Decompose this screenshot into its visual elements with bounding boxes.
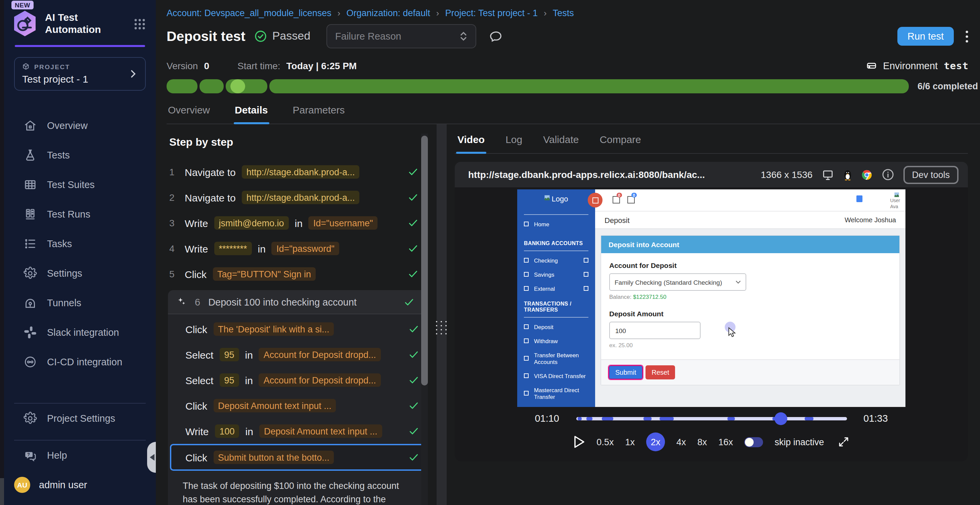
- bank-submit-button[interactable]: Submit: [609, 365, 643, 380]
- bank-user-avatar: User Ava: [890, 192, 900, 210]
- step-locator-chip[interactable]: The 'Deposit' link with a si...: [213, 322, 334, 336]
- bank-nav-item-withdraw[interactable]: Withdraw: [517, 334, 595, 348]
- user-menu[interactable]: AU admin user: [4, 470, 156, 501]
- sidebar-item-ci-cd-integration[interactable]: CI-CD integration: [4, 347, 156, 377]
- tab-details[interactable]: Details: [235, 104, 268, 124]
- run-test-button[interactable]: Run test: [897, 27, 954, 46]
- substep-row[interactable]: ClickThe 'Deposit' link with a si...: [170, 316, 426, 342]
- step-locator-chip[interactable]: Id="username": [309, 216, 378, 230]
- step-group: 6 Deposit 100 into checking account Clic…: [168, 290, 428, 505]
- sidebar-item-test-suites[interactable]: Test Suites: [4, 170, 156, 199]
- bank-nav-item-mastercard-direct-transfer[interactable]: Mastercard Direct Transfer: [517, 383, 595, 403]
- devtools-button[interactable]: Dev tools: [903, 165, 959, 184]
- tab-overview[interactable]: Overview: [168, 104, 210, 124]
- step-value-chip[interactable]: 100: [215, 424, 239, 438]
- speed-8x[interactable]: 8x: [697, 437, 707, 447]
- step-value-chip[interactable]: 95: [219, 348, 239, 361]
- speed-2x[interactable]: 2x: [646, 432, 665, 451]
- account-for-deposit-select[interactable]: Family Checking (Standard Checking): [609, 273, 746, 291]
- substep-row-selected[interactable]: ClickSubmit button at the botto...: [170, 444, 426, 471]
- sidebar-item-tasks[interactable]: Tasks: [4, 229, 156, 259]
- substep-row[interactable]: Write100inDeposit Amount text input ...: [170, 418, 426, 444]
- tab-parameters[interactable]: Parameters: [293, 104, 345, 124]
- substep-row[interactable]: Select95inAccount for Deposit dropd...: [170, 367, 426, 393]
- step-number: 3: [169, 218, 179, 228]
- bank-logo-text: Logo: [552, 195, 568, 203]
- bank-nav-item-checking[interactable]: Checking: [517, 253, 595, 267]
- step-value-chip[interactable]: ********: [214, 242, 251, 255]
- scrollbar-thumb[interactable]: [421, 136, 428, 386]
- step-locator-chip[interactable]: Submit button at the botto...: [213, 451, 334, 464]
- sidebar-item-project-settings[interactable]: Project Settings: [4, 403, 156, 433]
- substep-row[interactable]: Select95inAccount for Deposit dropd...: [170, 342, 426, 367]
- comment-icon[interactable]: [489, 29, 503, 43]
- breadcrumb-item[interactable]: Tests: [553, 8, 574, 18]
- more-menu-icon[interactable]: [965, 30, 969, 43]
- breadcrumb-item[interactable]: Account: Devspace_all_module_licenses: [167, 8, 331, 18]
- sidebar-item-tests[interactable]: Tests: [4, 140, 156, 170]
- speed-16x[interactable]: 16x: [718, 437, 733, 447]
- step-value-chip[interactable]: http://stage.dbank.prod-a...: [242, 165, 360, 179]
- step-row[interactable]: 1Navigate tohttp://stage.dbank.prod-a...: [167, 159, 436, 185]
- sidebar-item-settings[interactable]: Settings: [4, 259, 156, 288]
- fullscreen-icon[interactable]: [838, 436, 850, 448]
- step-locator-chip[interactable]: Account for Deposit dropd...: [259, 373, 381, 387]
- video-tab-validate[interactable]: Validate: [543, 133, 579, 153]
- sidebar-item-help[interactable]: ?Help: [4, 440, 156, 470]
- step-preposition: in: [294, 217, 302, 229]
- step-row[interactable]: 4Write********inId="password": [167, 236, 436, 261]
- step-row[interactable]: 2Navigate tohttp://stage.dbank.prod-a...: [167, 185, 436, 210]
- timeline-thumb[interactable]: [775, 412, 787, 425]
- deposit-amount-input[interactable]: 100: [609, 322, 701, 339]
- video-tab-compare[interactable]: Compare: [600, 133, 641, 153]
- broken-image-icon: [894, 192, 899, 197]
- video-tab-log[interactable]: Log: [506, 133, 522, 153]
- bank-nav-item-visa-direct-transfer[interactable]: VISA Direct Transfer: [517, 369, 595, 383]
- step-locator-chip[interactable]: Deposit Amount text input ...: [259, 424, 382, 438]
- substeps-list: ClickThe 'Deposit' link with a si...Sele…: [168, 314, 428, 472]
- step-locator-chip[interactable]: Deposit Amount text input ...: [213, 399, 336, 412]
- bank-nav-item-home[interactable]: Home: [517, 217, 595, 231]
- bank-nav-item-transfer-between-accounts[interactable]: Transfer Between Accounts: [517, 348, 595, 369]
- step-locator-chip[interactable]: Tag="BUTTON" Sign in: [213, 267, 316, 281]
- step-group-header[interactable]: 6 Deposit 100 into checking account: [168, 290, 428, 314]
- play-icon[interactable]: [573, 435, 585, 449]
- square-bullet-icon: [524, 356, 529, 360]
- breadcrumb-item[interactable]: Project: Test project - 1: [445, 8, 538, 18]
- steps-scrollbar[interactable]: [421, 133, 428, 505]
- sidebar-item-overview[interactable]: Overview: [4, 111, 156, 140]
- sidebar-item-slack-integration[interactable]: Slack integration: [4, 318, 156, 347]
- bank-nav-item-deposit[interactable]: Deposit: [517, 320, 595, 334]
- step-row[interactable]: 5ClickTag="BUTTON" Sign in: [167, 261, 436, 287]
- bank-nav-item-savings[interactable]: Savings: [517, 267, 595, 281]
- info-icon[interactable]: [881, 168, 894, 181]
- step-value-chip[interactable]: 95: [219, 373, 239, 387]
- substep-row[interactable]: ClickDeposit Amount text input ...: [170, 393, 426, 418]
- step-value-chip[interactable]: jsmith@demo.io: [214, 216, 288, 230]
- svg-text:?: ?: [27, 452, 30, 457]
- step-locator-chip[interactable]: Account for Deposit dropd...: [259, 348, 381, 361]
- sidebar-item-test-runs[interactable]: Test Runs: [4, 199, 156, 229]
- step-row[interactable]: 3Writejsmith@demo.ioinId="username": [167, 210, 436, 236]
- video-resolution: 1366 x 1536: [761, 169, 812, 180]
- panel-resizer[interactable]: [437, 124, 447, 505]
- app-grid-icon[interactable]: [133, 17, 146, 31]
- monitor-icon: [821, 168, 834, 181]
- speed-4x[interactable]: 4x: [676, 437, 686, 447]
- timeline-track[interactable]: [576, 417, 847, 420]
- failure-reason-select[interactable]: Failure Reason: [326, 24, 476, 48]
- speed-1x[interactable]: 1x: [625, 437, 635, 447]
- step-value-chip[interactable]: http://stage.dbank.prod-a...: [242, 191, 360, 204]
- bank-nav-item-external[interactable]: External: [517, 281, 595, 295]
- project-selector[interactable]: PROJECT Test project - 1: [14, 57, 146, 91]
- skip-inactive-toggle[interactable]: [745, 437, 764, 447]
- video-tab-video[interactable]: Video: [457, 133, 485, 153]
- bank-flag-icon: [856, 195, 862, 202]
- speed-0_5x[interactable]: 0.5x: [597, 437, 614, 447]
- breadcrumb-item[interactable]: Organization: default: [347, 8, 430, 18]
- check-icon: [408, 167, 418, 177]
- sidebar-collapse-handle[interactable]: [147, 442, 156, 473]
- sidebar-item-tunnels[interactable]: Tunnels: [4, 288, 156, 318]
- step-locator-chip[interactable]: Id="password": [272, 242, 339, 255]
- bank-reset-button[interactable]: Reset: [646, 365, 675, 380]
